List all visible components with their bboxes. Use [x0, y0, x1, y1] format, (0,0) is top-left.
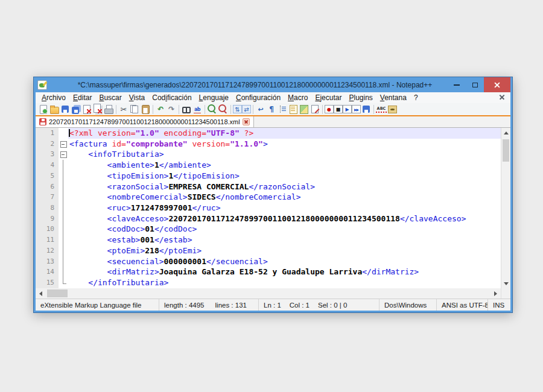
document-map-icon[interactable]	[299, 104, 310, 115]
toolbar-separator	[179, 105, 179, 114]
copy-icon[interactable]	[129, 104, 140, 115]
macro-save-icon[interactable]	[361, 104, 372, 115]
fold-collapse-icon[interactable]	[59, 139, 68, 150]
menu-ejecutar[interactable]: Ejecutar	[311, 93, 345, 103]
word-wrap-icon[interactable]: ↩	[255, 104, 266, 115]
undo-icon[interactable]: ↶	[155, 104, 166, 115]
vertical-scroll-track[interactable]	[501, 138, 510, 279]
scroll-right-icon[interactable]	[491, 288, 501, 299]
line-number: 15	[36, 277, 59, 288]
code-line-10[interactable]: 10 <codDoc>01</codDoc>	[36, 224, 501, 235]
code-line-5[interactable]: 5 <tipoEmision>1</tipoEmision>	[36, 171, 501, 182]
notepadpp-window: *C:\massuper\firmas\generados\2207201701…	[33, 77, 513, 313]
save-all-icon[interactable]	[71, 104, 81, 115]
fold-collapse-icon[interactable]	[59, 149, 68, 160]
code-segment: </ruc>	[192, 203, 221, 212]
code-segment: "1.0"	[136, 128, 159, 138]
menu-macro[interactable]: Macro	[284, 93, 311, 103]
macro-stop-icon[interactable]: ■	[334, 105, 343, 113]
status-encoding[interactable]: ANSI as UTF-8	[437, 299, 488, 311]
menu-codificacin[interactable]: Codificación	[148, 93, 195, 103]
menu-ventana[interactable]: Ventana	[376, 93, 410, 103]
menu-?[interactable]: ?	[410, 93, 422, 103]
code-line-7[interactable]: 7 <nombreComercial>SIDECS</nombreComerci…	[36, 192, 501, 203]
vertical-scroll-thumb[interactable]	[503, 139, 509, 162]
vertical-scrollbar[interactable]	[501, 128, 510, 288]
window-controls	[448, 77, 510, 92]
code-line-9[interactable]: 9 <claveAcceso>2207201701171247899700110…	[36, 213, 501, 224]
document-switcher-icon[interactable]	[310, 104, 320, 115]
macro-play-icon[interactable]: ▶	[343, 105, 352, 113]
close-all-icon[interactable]	[92, 104, 103, 115]
fold-margin	[59, 171, 68, 182]
zoom-out-icon[interactable]	[218, 104, 229, 115]
status-insert-mode[interactable]: INS	[488, 299, 510, 311]
sync-horizontal-scroll-icon[interactable]: ⇄	[242, 105, 251, 113]
sync-vertical-scroll-icon[interactable]: ⇅	[233, 105, 242, 113]
open-file-icon[interactable]	[49, 104, 60, 115]
toolbar-separator	[322, 105, 323, 114]
menu-plugins[interactable]: Plugins	[345, 93, 376, 103]
paste-icon[interactable]	[140, 104, 151, 115]
code-line-2[interactable]: 2<factura id="comprobante" version="1.1.…	[36, 139, 501, 150]
status-doc-size: length : 4495 lines : 131	[159, 299, 259, 311]
line-number: 7	[36, 192, 59, 203]
code-line-14[interactable]: 14 <dirMatriz>Joaquina Galarza E18-52 y …	[36, 267, 501, 277]
status-eol-format[interactable]: Dos\Windows	[379, 299, 437, 311]
horizontal-scroll-thumb[interactable]	[47, 289, 68, 297]
document-close-icon[interactable]	[499, 94, 505, 100]
scroll-down-icon[interactable]	[501, 279, 510, 288]
tab-close-icon[interactable]	[243, 118, 250, 125]
maximize-icon[interactable]	[466, 77, 484, 92]
spell-check-icon[interactable]: ABC	[376, 106, 387, 113]
code-line-13[interactable]: 13 <secuencial>000000001</secuencial>	[36, 256, 501, 267]
doc-monitor-icon[interactable]	[387, 104, 398, 115]
menu-configuracin[interactable]: Configuración	[232, 93, 284, 103]
line-number: 14	[36, 267, 59, 277]
close-icon[interactable]	[484, 77, 510, 92]
code-segment: </razonSocial>	[249, 182, 315, 191]
horizontal-scrollbar[interactable]	[36, 288, 510, 299]
scroll-up-icon[interactable]	[501, 128, 510, 138]
document-tab[interactable]: 2207201701171247899700110012180000000011…	[36, 116, 254, 127]
cut-icon[interactable]: ✂	[118, 104, 129, 115]
menu-buscar[interactable]: Buscar	[95, 93, 125, 103]
macro-record-icon[interactable]: ●	[325, 105, 334, 113]
code-line-8[interactable]: 8 <ruc>1712478997001</ruc>	[36, 203, 501, 213]
title-bar[interactable]: *C:\massuper\firmas\generados\2207201701…	[36, 77, 510, 92]
status-eol-label: Dos\Windows	[384, 302, 427, 309]
code-line-4[interactable]: 4 <ambiente>1</ambiente>	[36, 160, 501, 171]
redo-icon[interactable]: ↷	[166, 104, 177, 115]
code-text: <dirMatriz>Joaquina Galarza E18-52 y Gua…	[68, 267, 501, 277]
menu-archivo[interactable]: Archivo	[38, 93, 69, 103]
unsaved-file-icon	[39, 118, 46, 125]
function-list-icon[interactable]	[288, 104, 299, 115]
replace-icon[interactable]: ab	[192, 104, 203, 115]
menu-editar[interactable]: Editar	[69, 93, 95, 103]
code-line-12[interactable]: 12 <ptoEmi>218</ptoEmi>	[36, 245, 501, 256]
find-icon[interactable]	[181, 104, 192, 115]
horizontal-scroll-track[interactable]	[46, 288, 491, 299]
zoom-in-icon[interactable]	[207, 104, 218, 115]
code-line-6[interactable]: 6 <razonSocial>EMPRESA COMERCIAL</razonS…	[36, 182, 501, 192]
show-all-characters-icon[interactable]: ¶	[266, 104, 277, 115]
code-segment: Joaquina Galarza E18-52 y Guadalupe Larr…	[159, 267, 363, 276]
code-line-15[interactable]: 15 </infoTributaria>	[36, 277, 501, 288]
code-text: <factura id="comprobante" version="1.1.0…	[68, 139, 501, 150]
new-file-icon[interactable]	[38, 104, 49, 115]
close-icon[interactable]	[81, 104, 92, 115]
print-icon[interactable]	[103, 104, 114, 115]
menu-lenguaje[interactable]: Lenguaje	[195, 93, 232, 103]
code-line-11[interactable]: 11 <estab>001</estab>	[36, 235, 501, 245]
scroll-left-icon[interactable]	[36, 288, 46, 299]
indent-guide-icon[interactable]	[277, 104, 288, 115]
minimize-icon[interactable]	[448, 77, 466, 92]
code-segment: <ruc>	[69, 203, 131, 212]
save-icon[interactable]	[60, 104, 71, 115]
code-line-3[interactable]: 3 <infoTributaria>	[36, 149, 501, 160]
macro-run-multiple-icon[interactable]: ▶▶	[352, 105, 361, 113]
menu-vista[interactable]: Vista	[125, 93, 148, 103]
code-line-1[interactable]: 1<?xml version="1.0" encoding="UTF-8" ?>	[36, 128, 501, 139]
code-segment: 01	[145, 224, 154, 233]
code-area[interactable]: 1<?xml version="1.0" encoding="UTF-8" ?>…	[36, 128, 501, 288]
